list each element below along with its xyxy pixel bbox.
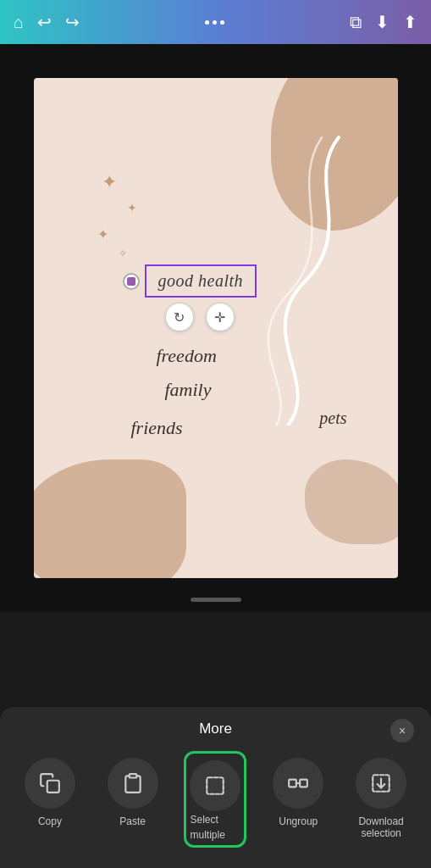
bottom-sheet: More × Copy Paste [0, 707, 431, 868]
download-selection-icon-btn[interactable] [356, 758, 406, 809]
text-friends[interactable]: friends [131, 417, 183, 439]
bottom-sheet-header: More × [0, 721, 431, 751]
menu-item-download-selection[interactable]: Downloadselection [340, 758, 423, 839]
shape-bottom-right [305, 459, 398, 544]
svg-rect-3 [289, 780, 296, 787]
dot1 [205, 20, 209, 25]
sparkle-3: ✦ [97, 226, 108, 242]
paste-icon-btn[interactable] [108, 758, 158, 809]
selected-element[interactable]: good health [123, 264, 257, 298]
selected-text-box[interactable]: good health [145, 264, 257, 298]
toolbar-left: ⌂ ↩ ↪ [14, 12, 80, 32]
transform-controls: ↻ ✛ [165, 303, 235, 331]
shape-bottom-left [34, 459, 186, 578]
download-icon[interactable]: ⬇ [375, 12, 390, 32]
select-multiple-icon-btn[interactable] [190, 760, 240, 811]
ungroup-icon-btn[interactable] [273, 758, 323, 809]
svg-rect-4 [300, 780, 307, 787]
copy-icon-btn[interactable] [25, 758, 75, 809]
text-pets[interactable]: pets [319, 409, 346, 428]
select-multiple-label: Selectmultiple [190, 814, 224, 841]
layers-icon[interactable]: ⧉ [350, 13, 362, 32]
sparkle-1: ✦ [102, 171, 117, 193]
canvas[interactable]: ✦ ✦ ✦ ✧ good health ↻ ✛ freedom family f… [34, 78, 398, 578]
copy-label: Copy [38, 815, 62, 827]
dot3 [220, 20, 224, 25]
bottom-sheet-title: More [199, 721, 232, 737]
svg-rect-1 [129, 774, 136, 777]
menu-item-paste[interactable]: Paste [91, 758, 174, 827]
sparkle-4: ✧ [119, 248, 127, 259]
menu-row: Copy Paste Selectmultiple [0, 751, 431, 848]
menu-item-copy[interactable]: Copy [8, 758, 91, 827]
paste-label: Paste [119, 815, 146, 827]
undo-icon[interactable]: ↩ [37, 12, 52, 32]
menu-item-ungroup[interactable]: Ungroup [257, 758, 340, 827]
svg-rect-0 [47, 781, 59, 793]
bottom-pill [191, 598, 241, 602]
rotate-control[interactable]: ↻ [165, 303, 194, 331]
canvas-wrapper: ✦ ✦ ✦ ✧ good health ↻ ✛ freedom family f… [0, 44, 431, 612]
toolbar-center [205, 20, 224, 25]
toolbar-right: ⧉ ⬇ ⬆ [350, 12, 417, 32]
top-toolbar: ⌂ ↩ ↪ ⧉ ⬇ ⬆ [0, 0, 431, 44]
svg-rect-2 [207, 777, 224, 794]
ungroup-label: Ungroup [279, 815, 318, 827]
move-control[interactable]: ✛ [206, 303, 235, 331]
selection-handle[interactable] [123, 273, 140, 290]
sparkle-2: ✦ [127, 201, 137, 214]
download-selection-label: Downloadselection [358, 815, 403, 839]
highlight-border: Selectmultiple [184, 751, 246, 848]
text-family[interactable]: family [165, 379, 212, 401]
redo-icon[interactable]: ↪ [65, 12, 80, 32]
share-icon[interactable]: ⬆ [403, 12, 417, 32]
dot2 [213, 20, 217, 25]
menu-item-select-multiple[interactable]: Selectmultiple [174, 758, 257, 848]
home-icon[interactable]: ⌂ [14, 13, 24, 32]
text-freedom[interactable]: freedom [157, 345, 217, 367]
close-button[interactable]: × [390, 719, 414, 743]
